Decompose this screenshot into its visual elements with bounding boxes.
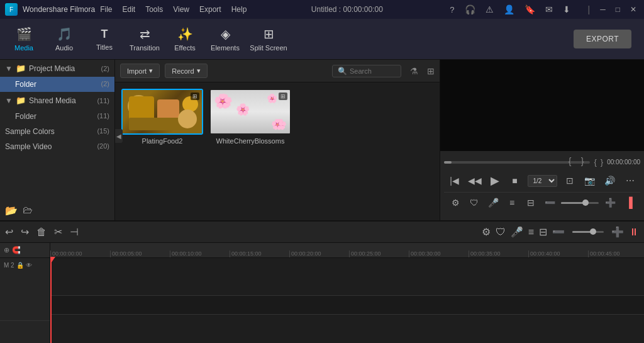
timeline-zoom-slider[interactable] (572, 231, 604, 233)
download-icon[interactable]: ⬇ (560, 4, 573, 14)
toolbar-titles[interactable]: T Titles (86, 22, 123, 57)
progress-bar-fill (444, 161, 452, 164)
redo-button[interactable]: ↪ (21, 226, 29, 238)
zoom-slider-thumb[interactable] (582, 200, 589, 206)
volume-icon[interactable]: 🔊 (602, 173, 618, 188)
toolbar-transition[interactable]: ⇄ Transition (126, 22, 164, 57)
export-button[interactable]: EXPORT (574, 30, 631, 48)
eye-icon[interactable]: 👁 (26, 262, 32, 269)
timeline-clip-icon[interactable]: 🛡 (496, 227, 506, 238)
timeline-settings-icon[interactable]: ⚙ (482, 226, 491, 238)
menu-file[interactable]: File (100, 5, 112, 14)
timeline-pause-icon[interactable]: ⏸ (629, 227, 639, 238)
toolbar-elements[interactable]: ◈ Elements (206, 22, 244, 57)
user-icon[interactable]: 👤 (501, 4, 517, 14)
menu-export[interactable]: Export (199, 5, 221, 14)
shared-media-header[interactable]: ▼ 📁 Shared Media (11) (0, 92, 114, 109)
shared-media-folder[interactable]: Folder (11) (0, 109, 114, 124)
mail-icon[interactable]: ✉ (543, 4, 555, 14)
search-box: 🔍 (332, 65, 401, 77)
snap-icon[interactable]: ⊕ (4, 246, 9, 254)
media-thumb-food[interactable]: ⊞ (121, 89, 203, 135)
cut-button[interactable]: ✂ (54, 226, 62, 238)
alert-icon[interactable]: ⚠ (483, 4, 496, 14)
search-input[interactable] (350, 67, 394, 75)
timeline-voiceover-icon[interactable]: ≡ (528, 227, 534, 238)
delete-button[interactable]: 🗑 (36, 227, 47, 238)
zoom-plus-icon[interactable]: ➕ (602, 195, 618, 210)
more-options-icon[interactable]: ⋯ (623, 173, 638, 188)
record-dropdown-icon: ▾ (197, 67, 201, 75)
import-button[interactable]: Import ▾ (120, 64, 160, 78)
play-icon[interactable]: ▶ (487, 173, 502, 188)
minimize-button[interactable]: ─ (597, 5, 608, 14)
menu-tools[interactable]: Tools (145, 5, 163, 14)
help-circle-icon[interactable]: ? (447, 5, 457, 14)
preview-controls: { } 00:00:00:00 |◀ ◀◀ ▶ ■ 1/2 1/4 Full ⊡… (440, 151, 644, 220)
new-folder-icon[interactable]: 🗁 (23, 205, 33, 216)
playback-controls: |◀ ◀◀ ▶ ■ 1/2 1/4 Full ⊡ 📷 🔊 ⋯ (444, 169, 640, 192)
restore-button[interactable]: □ (613, 5, 623, 14)
undo-button[interactable]: ↩ (5, 226, 13, 238)
media-item-cherry[interactable]: 🌸 🌸 🌸 🌸 ⊞ WhiteCherryBlossoms (209, 89, 291, 145)
split-button[interactable]: ⊣ (70, 226, 79, 238)
timeline-zoom-in-icon[interactable]: ➕ (611, 226, 624, 238)
bookmark-icon[interactable]: 🔖 (522, 4, 538, 14)
time-display: 00:00:00:00 (607, 159, 640, 166)
frame-back-icon[interactable]: ◀◀ (467, 173, 482, 188)
magnet-icon[interactable]: 🧲 (12, 246, 21, 254)
project-media-folder[interactable]: Folder (2) (0, 77, 114, 92)
ruler-mark-5: 00:00:25:00 (349, 250, 409, 257)
media-name-food: PlatingFood2 (142, 137, 183, 145)
main-area: ▼ 📁 Project Media (2) Folder (2) ▼ 📁 Sha… (0, 60, 644, 220)
crop-icon[interactable]: ⊟ (523, 195, 538, 210)
ruler-mark-3: 00:00:15:00 (230, 250, 289, 257)
timeline-pip-icon[interactable]: ⊟ (539, 226, 547, 238)
zoom-minus-icon[interactable]: ➖ (542, 195, 557, 210)
sample-colors-item[interactable]: Sample Colors (15) (0, 124, 114, 139)
quality-select[interactable]: 1/2 1/4 Full (528, 175, 557, 187)
ruler-mark-2: 00:00:10:00 (170, 250, 230, 257)
progress-bar[interactable] (444, 161, 590, 164)
stop-icon[interactable]: ■ (508, 173, 523, 188)
timeline-mic-icon[interactable]: 🎤 (511, 226, 523, 238)
panel-collapse-button[interactable]: ◀ (115, 129, 123, 143)
toolbar-audio[interactable]: 🎵 Audio (45, 22, 83, 57)
lock-icon[interactable]: 🔒 (16, 262, 24, 269)
timeline-zoom-out-icon[interactable]: ➖ (552, 226, 565, 238)
project-media-count: (2) (101, 65, 109, 72)
filter-icon[interactable]: ⚗ (410, 66, 418, 76)
screenshot-icon[interactable]: 📷 (582, 173, 597, 188)
media-item-food[interactable]: ⊞ PlatingFood2 (121, 89, 203, 145)
mic-icon[interactable]: 🎤 (486, 195, 501, 210)
settings-gear-icon[interactable]: ⚙ (448, 195, 463, 210)
screen-fit-icon[interactable]: ⊡ (562, 173, 577, 188)
timeline-content: ⊕ 🧲 M 2 🔒 👁 00:00:00:00 (0, 243, 644, 343)
media-toolbar: Import ▾ Record ▾ 🔍 ⚗ ⊞ (115, 60, 440, 82)
playhead (50, 258, 52, 343)
toolbar-effects[interactable]: ✨ Effects (166, 22, 204, 57)
menu-edit[interactable]: Edit (123, 5, 136, 14)
project-media-header[interactable]: ▼ 📁 Project Media (2) (0, 60, 114, 77)
toolbar-media[interactable]: 🎬 Media (5, 22, 43, 57)
media-thumb-cherry[interactable]: 🌸 🌸 🌸 🌸 ⊞ (209, 89, 291, 135)
audio-icon: 🎵 (57, 26, 72, 42)
layers-icon[interactable]: ≡ (504, 195, 519, 210)
zoom-slider[interactable] (561, 202, 599, 204)
grid-view-icon[interactable]: ⊞ (427, 66, 435, 76)
menu-help[interactable]: Help (231, 5, 247, 14)
preview-panel: { } 00:00:00:00 |◀ ◀◀ ▶ ■ 1/2 1/4 Full ⊡… (440, 60, 644, 220)
menu-view[interactable]: View (173, 5, 189, 14)
headset-icon[interactable]: 🎧 (462, 4, 478, 14)
toolbar: 🎬 Media 🎵 Audio T Titles ⇄ Transition ✨ … (0, 19, 644, 60)
zoom-slider-area (561, 202, 599, 204)
toolbar-splitscreen[interactable]: ⊞ Split Screen (247, 22, 291, 57)
close-button[interactable]: ✕ (628, 5, 639, 14)
skip-back-icon[interactable]: |◀ (447, 173, 462, 188)
sample-video-item[interactable]: Sample Video (20) (0, 139, 114, 154)
record-button[interactable]: Record ▾ (165, 64, 207, 78)
add-folder-icon[interactable]: 📂 (5, 205, 18, 216)
shield-icon[interactable]: 🛡 (467, 195, 482, 210)
fullscreen-icon[interactable]: ▐ (621, 195, 636, 210)
track-row-audio (50, 296, 644, 315)
